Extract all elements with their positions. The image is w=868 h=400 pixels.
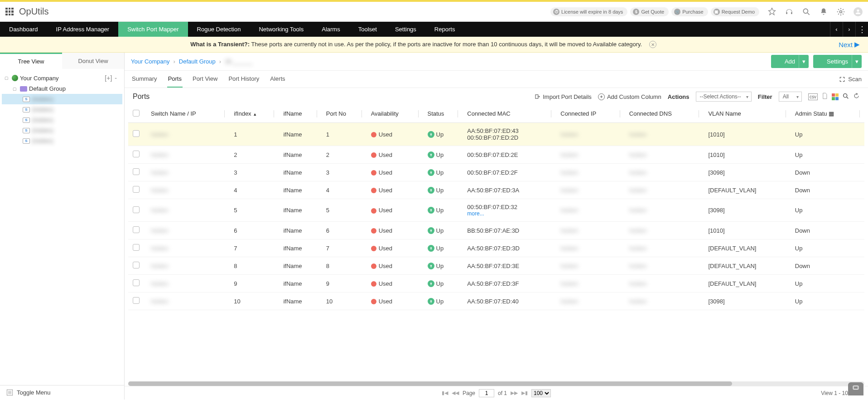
add-custom-column-button[interactable]: + Add Custom Column <box>598 93 661 100</box>
col-switch-name-ip[interactable]: Switch Name / IP <box>146 105 229 123</box>
row-checkbox[interactable] <box>133 226 140 233</box>
horizontal-scrollbar[interactable] <box>128 381 864 386</box>
table-row[interactable]: hidden7ifName7UsedUpAA:50:BF:07:ED:3Dhid… <box>128 239 864 257</box>
col-connected-mac[interactable]: Connected MAC <box>463 105 556 123</box>
nav-more-icon[interactable]: ⋮ <box>855 22 868 37</box>
actions-select[interactable]: --Select Actions-- <box>696 92 752 102</box>
breadcrumb-group[interactable]: Default Group <box>179 58 216 65</box>
refresh-icon[interactable] <box>853 93 860 101</box>
view-tab-tree-view[interactable]: Tree View <box>0 53 62 69</box>
pdf-export-icon[interactable] <box>821 93 828 101</box>
row-checkbox[interactable] <box>133 244 140 251</box>
row-checkbox[interactable] <box>133 186 140 193</box>
table-row[interactable]: hidden2ifName2UsedUp00:50:BF:07:ED:2Ehid… <box>128 146 864 164</box>
csv-export-icon[interactable]: csv <box>808 93 818 100</box>
col-ifindex[interactable]: ifIndex ▲ <box>229 105 279 123</box>
header-pill-0[interactable]: ⏱License will expire in 8 days <box>550 7 627 16</box>
user-avatar[interactable] <box>854 7 863 16</box>
col-availability[interactable]: Availability <box>366 105 423 123</box>
chevron-down-icon[interactable]: ▾ <box>852 55 862 68</box>
row-checkbox[interactable] <box>133 151 140 157</box>
chevron-down-icon[interactable]: ▾ <box>799 55 809 68</box>
search-icon[interactable] <box>842 93 849 101</box>
table-row[interactable]: hidden1ifName1UsedUpAA:50:BF:07:ED:4300:… <box>128 123 864 146</box>
col-connected-dns[interactable]: Connected DNS <box>625 105 704 123</box>
nav-alarms[interactable]: Alarms <box>313 22 349 37</box>
pager-next[interactable]: ▶▶ <box>511 390 518 396</box>
apps-grid-icon[interactable] <box>5 8 14 16</box>
nav-reports[interactable]: Reports <box>425 22 464 37</box>
pager-page-input[interactable] <box>479 389 494 397</box>
gear-icon[interactable] <box>836 7 845 16</box>
color-view-icon[interactable] <box>832 93 839 100</box>
float-feedback-icon[interactable] <box>848 382 863 395</box>
add-button[interactable]: Add▾ <box>771 55 809 68</box>
header-pill-3[interactable]: ▣Request Demo <box>711 7 759 16</box>
row-checkbox[interactable] <box>133 279 140 286</box>
tree-switch-3[interactable]: S(hidden) <box>2 125 122 136</box>
filter-select[interactable]: All <box>779 92 802 102</box>
col-status[interactable]: Status <box>423 105 463 123</box>
tree-switch-1[interactable]: S(hidden) <box>2 104 122 115</box>
tree-switch-2[interactable]: S(hidden) <box>2 115 122 125</box>
mac-more-link[interactable]: more... <box>467 210 551 217</box>
scan-button[interactable]: Scan <box>839 76 862 83</box>
column-settings-icon[interactable]: ▦ <box>829 110 834 117</box>
row-checkbox[interactable] <box>133 130 140 137</box>
row-checkbox[interactable] <box>133 168 140 175</box>
tree-switch-0[interactable]: S(hidden) <box>2 94 122 104</box>
col-ifname[interactable]: ifName <box>279 105 321 123</box>
header-pill-2[interactable]: 🛒Purchase <box>671 7 708 16</box>
select-all-checkbox[interactable] <box>133 110 140 117</box>
bell-icon[interactable] <box>819 7 828 16</box>
table-row[interactable]: hidden4ifName4UsedUpAA:50:BF:07:ED:3Ahid… <box>128 181 864 199</box>
subtab-summary[interactable]: Summary <box>131 71 158 88</box>
nav-toolset[interactable]: Toolset <box>349 22 386 37</box>
remove-node-icon[interactable]: - <box>115 74 117 82</box>
rocket-icon[interactable] <box>767 7 776 16</box>
pager-first[interactable]: ▮◀ <box>442 390 448 396</box>
pager-size-select[interactable]: 100 <box>531 389 551 397</box>
col-vlan-name[interactable]: VLAN Name <box>704 105 790 123</box>
nav-next-icon[interactable]: › <box>843 22 855 37</box>
nav-dashboard[interactable]: Dashboard <box>0 22 47 37</box>
header-pill-1[interactable]: $Get Quote <box>630 7 669 16</box>
row-checkbox[interactable] <box>133 297 140 304</box>
close-icon[interactable]: ✕ <box>649 41 656 48</box>
subtab-alerts[interactable]: Alerts <box>269 71 286 88</box>
nav-ip-address-manager[interactable]: IP Address Manager <box>47 22 119 37</box>
toggle-menu-button[interactable]: Toggle Menu <box>0 385 124 400</box>
row-checkbox[interactable] <box>133 206 140 213</box>
table-row[interactable]: hidden9ifName9UsedUpAA:50:BF:07:ED:3Fhid… <box>128 275 864 293</box>
headset-icon[interactable] <box>785 7 794 16</box>
nav-settings[interactable]: Settings <box>386 22 425 37</box>
collapse-icon[interactable]: ▢ <box>5 76 10 80</box>
search-icon[interactable] <box>802 7 811 16</box>
nav-switch-port-mapper[interactable]: Switch Port Mapper <box>118 22 188 37</box>
tree-switch-4[interactable]: S(hidden) <box>2 136 122 146</box>
tree-group[interactable]: ▢ Default Group <box>2 83 122 94</box>
table-row[interactable]: hidden6ifName6UsedUpBB:50:BF:07:AE:3Dhid… <box>128 222 864 239</box>
subtab-ports[interactable]: Ports <box>167 71 183 88</box>
import-port-details-button[interactable]: Import Port Details <box>534 93 592 100</box>
add-node-icon[interactable]: [+] <box>105 74 112 82</box>
subtab-port-history[interactable]: Port History <box>227 71 260 88</box>
col-admin-statu[interactable]: Admin Statu ▦ <box>791 105 864 123</box>
table-row[interactable]: hidden3ifName3UsedUp00:50:BF:07:ED:2Fhid… <box>128 164 864 181</box>
tree-root[interactable]: ▢ Your Company [+]- <box>2 73 122 83</box>
row-checkbox[interactable] <box>133 262 140 268</box>
breadcrumb-company[interactable]: Your Company <box>131 58 170 65</box>
settings-button[interactable]: Settings▾ <box>813 55 862 68</box>
pager-last[interactable]: ▶▮ <box>521 390 528 396</box>
nav-rogue-detection[interactable]: Rogue Detection <box>188 22 250 37</box>
pager-prev[interactable]: ◀◀ <box>452 390 459 396</box>
next-button[interactable]: Next ▶ <box>839 40 860 49</box>
nav-networking-tools[interactable]: Networking Tools <box>250 22 313 37</box>
view-tab-donut-view[interactable]: Donut View <box>62 53 124 69</box>
subtab-port-view[interactable]: Port View <box>192 71 218 88</box>
col-port-no[interactable]: Port No <box>322 105 366 123</box>
nav-prev-icon[interactable]: ‹ <box>830 22 843 37</box>
col-connected-ip[interactable]: Connected IP <box>556 105 625 123</box>
table-row[interactable]: hidden8ifName8UsedUpAA:50:BF:07:ED:3Ehid… <box>128 257 864 275</box>
table-row[interactable]: hidden10ifName10UsedUpAA:50:BF:07:ED:40h… <box>128 293 864 310</box>
